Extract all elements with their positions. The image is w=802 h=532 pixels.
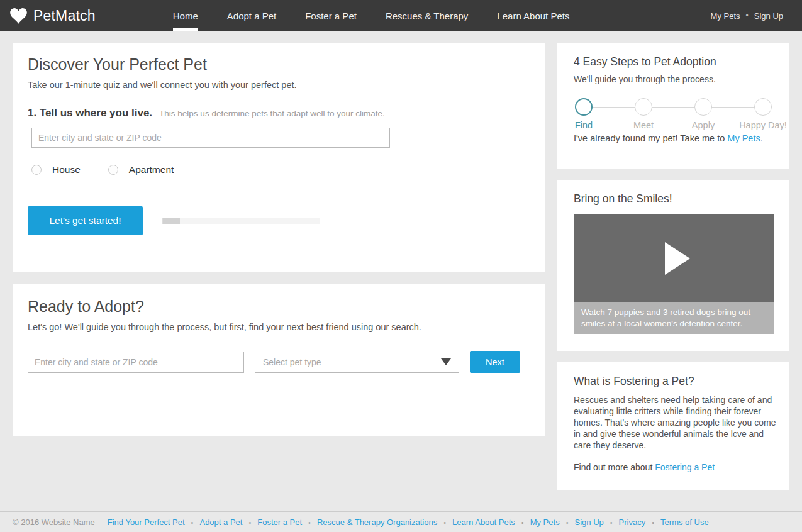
foster-title: What is Fostering a Pet? — [574, 375, 773, 388]
sign-up-link[interactable]: Sign Up — [754, 11, 783, 21]
radio-house-circle[interactable] — [31, 165, 42, 175]
steps-title: 4 Easy Steps to Pet Adoption — [574, 55, 773, 69]
nav-item-learn-about-pets[interactable]: Learn About Pets — [482, 0, 584, 31]
adopt-search-row: Select pet type Next — [28, 351, 530, 373]
step-meet: Meet — [635, 98, 652, 130]
video-title: Bring on the Smiles! — [574, 192, 773, 206]
adoption-stepper: Find Meet Apply Happy Day! — [575, 98, 772, 116]
nav-item-home[interactable]: Home — [159, 0, 213, 31]
footer-link-terms-of-use[interactable]: Terms of Use — [660, 518, 709, 527]
radio-house-label: House — [52, 164, 81, 175]
step-meet-circle — [635, 98, 652, 116]
step-meet-label: Meet — [633, 120, 654, 130]
radio-apartment-label: Apartment — [129, 164, 174, 175]
step-find: Find — [575, 98, 593, 130]
sidebar-column: 4 Easy Steps to Pet Adoption We'll guide… — [557, 43, 789, 490]
copyright: © 2016 Website Name — [13, 518, 95, 527]
quiz-step-title: 1. Tell us where you live. — [28, 107, 152, 119]
play-icon[interactable] — [665, 242, 690, 275]
already-found-line: I've already found my pet! Take me to My… — [574, 133, 773, 143]
main-column: Discover Your Perfect Pet Take our 1-min… — [13, 43, 545, 490]
quiz-cta-row: Let's get started! — [28, 206, 530, 235]
step-apply-label: Apply — [692, 120, 715, 130]
heart-icon — [10, 8, 27, 24]
pet-type-select[interactable]: Select pet type — [255, 352, 459, 373]
foster-more-text: Find out more about — [574, 462, 655, 472]
nav-item-adopt-a-pet[interactable]: Adopt a Pet — [213, 0, 291, 31]
adopt-subtitle: Let's go! We'll guide you through the pr… — [28, 322, 530, 332]
footer-separator: • — [521, 519, 524, 526]
step-find-label: Find — [575, 120, 593, 130]
footer-separator: • — [610, 519, 613, 526]
footer-separator: • — [191, 519, 194, 526]
my-pets-inline-link[interactable]: My Pets. — [727, 133, 762, 143]
adopt-card: Ready to Adopt? Let's go! We'll guide yo… — [13, 284, 545, 436]
brand-logo[interactable]: PetMatch — [10, 8, 96, 25]
quiz-card: Discover Your Perfect Pet Take our 1-min… — [13, 43, 545, 272]
step-find-circle — [575, 98, 593, 116]
adopt-location-input[interactable] — [28, 352, 244, 373]
quiz-progress-bar — [162, 218, 320, 224]
footer-link-privacy[interactable]: Privacy — [619, 518, 646, 527]
footer-separator: • — [248, 519, 251, 526]
dropdown-arrow-icon — [441, 358, 451, 365]
next-button[interactable]: Next — [470, 351, 520, 373]
footer-link-foster-a-pet[interactable]: Foster a Pet — [257, 518, 302, 527]
footer-link-sign-up[interactable]: Sign Up — [575, 518, 604, 527]
foster-body: Rescues and shelters need help taking ca… — [574, 394, 776, 451]
quiz-step-hint: This helps us determine pets that adapt … — [159, 109, 385, 118]
quiz-progress-fill — [163, 218, 180, 224]
home-type-radio-group: House Apartment — [31, 164, 530, 175]
pet-type-select-value: Select pet type — [263, 357, 441, 367]
quiz-subtitle: Take our 1-minute quiz and we'll connect… — [28, 80, 530, 90]
quiz-step-heading: 1. Tell us where you live. This helps us… — [28, 107, 530, 119]
adopt-title: Ready to Adopt? — [28, 297, 530, 316]
step-apply: Apply — [694, 98, 712, 130]
nav-item-foster-a-pet[interactable]: Foster a Pet — [291, 0, 371, 31]
video-caption: Watch 7 puppies and 3 retired dogs bring… — [574, 302, 774, 334]
page-content: Discover Your Perfect Pet Take our 1-min… — [0, 31, 802, 490]
foster-card: What is Fostering a Pet? Rescues and she… — [557, 362, 789, 490]
radio-apartment-circle[interactable] — [108, 165, 118, 175]
footer-link-adopt-a-pet[interactable]: Adopt a Pet — [199, 518, 242, 527]
step-happy-day-label: Happy Day! — [739, 120, 787, 130]
foster-more-line: Find out more about Fostering a Pet — [574, 462, 773, 472]
video-player: Watch 7 puppies and 3 retired dogs bring… — [574, 214, 774, 334]
get-started-button[interactable]: Let's get started! — [28, 206, 143, 235]
nav-utility: My Pets • Sign Up — [711, 11, 783, 21]
footer-link-learn-about-pets[interactable]: Learn About Pets — [452, 518, 515, 527]
video-card: Bring on the Smiles! Watch 7 puppies and… — [557, 180, 789, 351]
footer-link-rescue-therapy-organizations[interactable]: Rescue & Therapy Organizations — [317, 518, 437, 527]
my-pets-link[interactable]: My Pets — [711, 11, 740, 21]
already-found-text: I've already found my pet! Take me to — [574, 133, 727, 143]
radio-apartment[interactable]: Apartment — [108, 164, 174, 175]
step-happy-day-circle — [754, 98, 772, 116]
footer-separator: • — [443, 519, 446, 526]
footer: © 2016 Website Name Find Your Perfect Pe… — [0, 511, 802, 532]
footer-link-my-pets[interactable]: My Pets — [530, 518, 560, 527]
step-happy-day: Happy Day! — [754, 98, 772, 130]
video-screen[interactable] — [574, 214, 774, 302]
step-apply-circle — [694, 98, 712, 116]
radio-house[interactable]: House — [31, 164, 81, 175]
main-menu: Home Adopt a Pet Foster a Pet Rescues & … — [159, 0, 584, 31]
quiz-location-input[interactable] — [31, 128, 390, 148]
quiz-title: Discover Your Perfect Pet — [28, 55, 530, 74]
footer-link-find-your-perfect-pet[interactable]: Find Your Perfect Pet — [108, 518, 185, 527]
footer-separator: • — [308, 519, 311, 526]
top-nav: PetMatch Home Adopt a Pet Foster a Pet R… — [0, 0, 802, 31]
adoption-steps-card: 4 Easy Steps to Pet Adoption We'll guide… — [557, 43, 789, 169]
nav-item-rescues-therapy[interactable]: Rescues & Therapy — [371, 0, 482, 31]
brand-name: PetMatch — [33, 8, 96, 25]
fostering-a-pet-link[interactable]: Fostering a Pet — [655, 462, 715, 472]
utility-separator: • — [746, 11, 749, 20]
footer-separator: • — [652, 519, 654, 526]
footer-separator: • — [566, 519, 569, 526]
steps-subtitle: We'll guide you through the process. — [574, 74, 773, 84]
